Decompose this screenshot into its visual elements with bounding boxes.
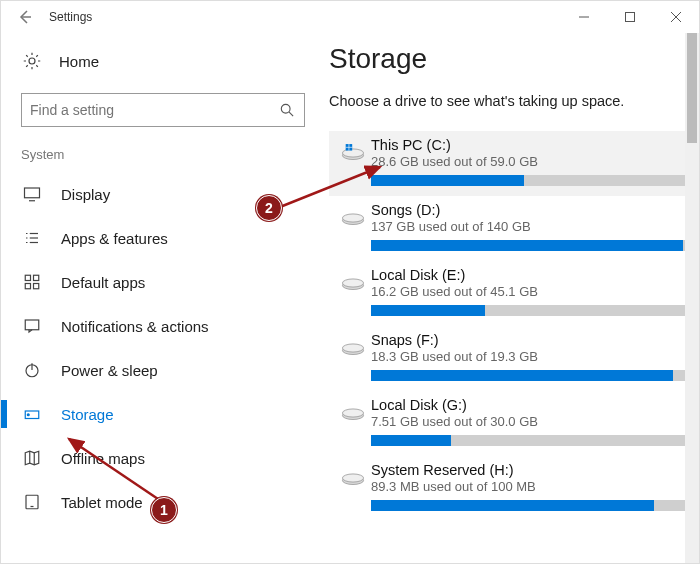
drive-item[interactable]: Local Disk (E:) 16.2 GB used out of 45.1… [329,261,695,326]
window-title: Settings [49,10,92,24]
drive-list: This PC (C:) 28.6 GB used out of 59.0 GB… [329,131,695,521]
svg-line-5 [289,112,293,116]
drive-icon [335,202,371,251]
drive-item[interactable]: Local Disk (G:) 7.51 GB used out of 30.0… [329,391,695,456]
drive-name: Snaps (F:) [371,332,689,348]
drive-item[interactable]: System Reserved (H:) 89.3 MB used out of… [329,456,695,521]
home-label: Home [59,53,99,70]
svg-point-37 [342,344,363,352]
annotation-badge-1: 1 [151,497,177,523]
sidebar-item-label: Storage [61,406,114,423]
drive-usage: 28.6 GB used out of 59.0 GB [371,154,689,169]
sidebar-item-label: Default apps [61,274,145,291]
drive-usage: 16.2 GB used out of 45.1 GB [371,284,689,299]
svg-point-39 [342,409,363,417]
drive-item[interactable]: This PC (C:) 28.6 GB used out of 59.0 GB [329,131,695,196]
drive-icon [335,267,371,316]
titlebar: Settings [1,1,699,33]
defaults-icon [21,271,43,293]
drive-name: Local Disk (G:) [371,397,689,413]
sidebar-item-notifications[interactable]: Notifications & actions [21,304,305,348]
drive-item[interactable]: Songs (D:) 137 GB used out of 140 GB [329,196,695,261]
drive-name: Local Disk (E:) [371,267,689,283]
maximize-button[interactable] [607,1,653,33]
usage-bar [371,305,689,316]
window-controls [561,1,699,33]
close-button[interactable] [653,1,699,33]
sidebar-item-label: Tablet mode [61,494,143,511]
usage-bar [371,175,689,186]
tablet-icon [21,491,43,513]
drive-icon [335,137,371,186]
usage-bar [371,240,689,251]
map-icon [21,447,43,469]
svg-point-41 [342,474,363,482]
svg-point-35 [342,279,363,287]
sidebar-item-label: Apps & features [61,230,168,247]
svg-rect-15 [34,275,39,280]
sidebar-item-label: Power & sleep [61,362,158,379]
sidebar-item-apps[interactable]: Apps & features [21,216,305,260]
page-title: Storage [329,43,695,75]
minimize-button[interactable] [561,1,607,33]
power-icon [21,359,43,381]
usage-bar [371,370,689,381]
sidebar-item-power[interactable]: Power & sleep [21,348,305,392]
svg-point-28 [342,149,363,157]
sidebar-item-storage[interactable]: Storage [21,392,305,436]
drive-name: This PC (C:) [371,137,689,153]
sidebar-item-label: Display [61,186,110,203]
drive-usage: 137 GB used out of 140 GB [371,219,689,234]
drive-icon [335,332,371,381]
storage-icon [21,403,43,425]
drive-name: Songs (D:) [371,202,689,218]
back-button[interactable] [9,1,41,33]
home-link[interactable]: Home [21,43,305,79]
svg-rect-1 [626,13,635,22]
notifications-icon [21,315,43,337]
group-header-system: System [21,147,305,162]
drive-usage: 7.51 GB used out of 30.0 GB [371,414,689,429]
sidebar-item-label: Notifications & actions [61,318,209,335]
usage-bar [371,500,689,511]
drive-item[interactable]: Snaps (F:) 18.3 GB used out of 19.3 GB [329,326,695,391]
drive-name: System Reserved (H:) [371,462,689,478]
svg-rect-14 [25,275,30,280]
annotation-badge-2: 2 [256,195,282,221]
search-input[interactable] [30,102,278,118]
svg-rect-17 [34,284,39,289]
drive-icon [335,397,371,446]
svg-point-4 [281,104,290,113]
sidebar-item-offline-maps[interactable]: Offline maps [21,436,305,480]
search-box[interactable] [21,93,305,127]
scrollbar-thumb[interactable] [687,33,697,143]
drive-usage: 89.3 MB used out of 100 MB [371,479,689,494]
svg-point-33 [342,214,363,222]
drive-usage: 18.3 GB used out of 19.3 GB [371,349,689,364]
svg-rect-18 [25,320,39,330]
gear-icon [21,50,43,72]
list-icon [21,227,43,249]
svg-rect-6 [25,188,40,198]
svg-rect-16 [25,284,30,289]
sidebar-item-label: Offline maps [61,450,145,467]
search-icon [278,101,296,119]
usage-bar [371,435,689,446]
sidebar: Home System Display Apps & features Defa… [1,33,321,563]
sidebar-item-default-apps[interactable]: Default apps [21,260,305,304]
vertical-scrollbar[interactable] [685,33,699,563]
main-panel: Storage Choose a drive to see what's tak… [321,33,699,563]
display-icon [21,183,43,205]
drive-icon [335,462,371,511]
page-subtitle: Choose a drive to see what's taking up s… [329,93,695,109]
svg-point-22 [27,414,29,416]
